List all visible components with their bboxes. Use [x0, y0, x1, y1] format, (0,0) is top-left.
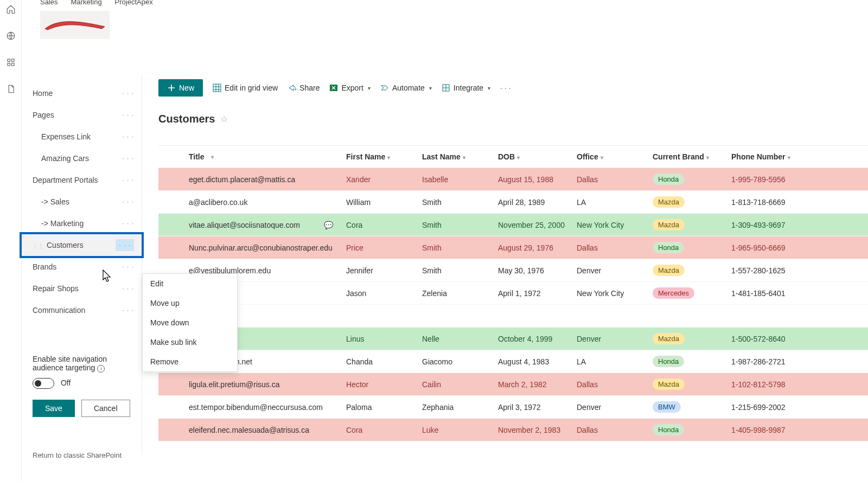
automate-button[interactable]: Automate▾	[380, 84, 432, 92]
cell-first: William	[346, 198, 422, 207]
info-icon[interactable]: i	[97, 365, 105, 373]
drag-handle-icon[interactable]: ⋮⋮	[33, 243, 43, 249]
table-row[interactable]: eget.dictum.placerat@mattis.caXanderIsab…	[158, 168, 868, 191]
context-menu-item-edit[interactable]: Edit	[143, 274, 237, 293]
cell-brand: Mazda	[653, 219, 731, 230]
cell-last: Isabelle	[422, 175, 498, 184]
col-header-title[interactable]: Title▾	[189, 152, 346, 161]
col-header-first[interactable]: First Name▾	[346, 152, 422, 161]
col-header-last[interactable]: Last Name▾	[422, 152, 498, 161]
hub-tab[interactable]: Sales	[40, 0, 58, 6]
sidebar-item-actions-icon[interactable]: · · ·	[122, 111, 134, 119]
sidebar-item-communication[interactable]: Communication· · ·	[22, 299, 142, 321]
table-row[interactable]: @in.eduLinusNelleOctober 4, 1999DenverMa…	[158, 328, 868, 350]
col-header-brand[interactable]: Current Brand▾	[653, 152, 731, 161]
sidebar-item-actions-icon[interactable]: · · ·	[122, 220, 134, 227]
toggle-state-label: Off	[61, 379, 71, 387]
cell-office: Denver	[577, 266, 653, 275]
cell-phone: 1-557-280-1625	[731, 266, 807, 275]
cell-dob: October 4, 1999	[498, 335, 577, 343]
sidebar-item-department-portals[interactable]: Department Portals· · ·	[22, 169, 142, 191]
sidebar-item-pages[interactable]: Pages· · ·	[22, 104, 142, 126]
sidebar-item--marketing[interactable]: -> Marketing· · ·	[22, 213, 142, 234]
hub-tab[interactable]: Marketing	[71, 0, 102, 6]
sidebar-item-actions-icon[interactable]: · · ·	[122, 285, 134, 292]
brand-pill: Honda	[653, 424, 684, 435]
cell-first: Cora	[346, 426, 422, 434]
sidebar-item-actions-icon[interactable]: · · ·	[122, 133, 134, 140]
sidebar-item-actions-icon[interactable]: · · ·	[122, 89, 134, 97]
cell-title: eleifend.nec.malesuada@atrisus.ca	[189, 426, 346, 434]
col-header-dob[interactable]: DOB▾	[498, 152, 577, 161]
sidebar-item-customers[interactable]: ⋮⋮Customers· · ·	[22, 234, 142, 256]
sidebar-item-expenses-link[interactable]: Expenses Link· · ·	[22, 126, 142, 147]
home-icon[interactable]	[6, 4, 16, 16]
table-row[interactable]: e@vestibulumlorem.eduJenniferSmithMay 30…	[158, 259, 868, 282]
cursor-icon	[101, 269, 113, 283]
cancel-button[interactable]: Cancel	[81, 400, 130, 417]
cell-phone: 1-500-572-8640	[731, 335, 807, 343]
sidebar-item-home[interactable]: Home· · ·	[22, 82, 142, 104]
apps-icon[interactable]	[6, 57, 16, 69]
sidebar-item--sales[interactable]: -> Sales· · ·	[22, 191, 142, 213]
command-bar: New Edit in grid view Share Export▾ Auto…	[142, 75, 868, 101]
cell-title: est.tempor.bibendum@neccursusa.com	[189, 403, 346, 412]
site-logo[interactable]	[40, 11, 110, 39]
save-button[interactable]: Save	[33, 400, 75, 417]
cell-dob: August 15, 1988	[498, 175, 577, 184]
cell-dob: May 30, 1976	[498, 266, 577, 275]
svg-rect-4	[11, 63, 14, 66]
sidebar-item-actions-icon[interactable]: · · ·	[122, 176, 134, 184]
new-button[interactable]: New	[158, 79, 203, 97]
table-row[interactable]: vitae.aliquet@sociisnatoque.com💬CoraSmit…	[158, 214, 868, 236]
cell-dob: April 28, 1989	[498, 198, 577, 207]
comment-icon[interactable]: 💬	[324, 221, 333, 229]
document-icon[interactable]	[6, 84, 16, 95]
sidebar-item-actions-icon[interactable]: · · ·	[116, 239, 134, 251]
sidebar-item-amazing-cars[interactable]: Amazing Cars· · ·	[22, 147, 142, 169]
cell-last: Smith	[422, 198, 498, 207]
globe-icon[interactable]	[6, 31, 16, 42]
cell-last: Luke	[422, 426, 498, 434]
cell-office: Denver	[577, 403, 653, 412]
sidebar-item-actions-icon[interactable]: · · ·	[122, 263, 134, 271]
table-row[interactable]: est.tempor.bibendum@neccursusa.comPaloma…	[158, 396, 868, 419]
cell-phone: 1-965-950-6669	[731, 243, 807, 252]
table-row[interactable]	[158, 305, 868, 328]
brand-pill: Mazda	[653, 219, 685, 230]
table-row[interactable]: a@aclibero.co.ukWilliamSmithApril 28, 19…	[158, 191, 868, 214]
col-header-phone[interactable]: Phone Number▾	[731, 152, 807, 161]
col-header-office[interactable]: Office▾	[577, 152, 653, 161]
site-header: Sales Marketing ProjectApex	[22, 0, 868, 54]
main-content: New Edit in grid view Share Export▾ Auto…	[142, 75, 868, 481]
context-menu-item-remove[interactable]: Remove	[143, 352, 237, 371]
audience-toggle[interactable]	[33, 378, 54, 389]
integrate-button[interactable]: Integrate▾	[442, 84, 490, 92]
context-menu-item-make-sub-link[interactable]: Make sub link	[143, 332, 237, 352]
hub-tab[interactable]: ProjectApex	[115, 0, 153, 6]
edit-in-grid-button[interactable]: Edit in grid view	[213, 84, 278, 92]
table-row[interactable]: ligula.elit.pretium@risus.caHectorCailin…	[158, 373, 868, 396]
cell-last: Smith	[422, 221, 498, 229]
share-button[interactable]: Share	[288, 84, 320, 92]
export-button[interactable]: Export▾	[329, 84, 370, 92]
sidebar-item-actions-icon[interactable]: · · ·	[122, 198, 134, 206]
cell-brand: BMW	[653, 401, 731, 413]
brand-pill: Mercedes	[653, 287, 694, 299]
table-row[interactable]: Nunc.pulvinar.arcu@conubianostraper.eduP…	[158, 236, 868, 259]
sidebar-item-actions-icon[interactable]: · · ·	[122, 155, 134, 162]
sidebar-item-label: Department Portals	[33, 176, 98, 184]
sidebar-item-actions-icon[interactable]: · · ·	[122, 306, 134, 314]
cell-last: Smith	[422, 243, 498, 252]
overflow-button[interactable]: · · ·	[500, 84, 510, 92]
audience-label: Enable site navigation	[33, 355, 107, 363]
favorite-star-icon[interactable]: ☆	[220, 114, 228, 124]
table-row[interactable]: Nullam@Etiam.netChandaGiacomoAugust 4, 1…	[158, 350, 868, 373]
table-row[interactable]: on.comJasonZeleniaApril 1, 1972New York …	[158, 282, 868, 305]
context-menu-item-move-down[interactable]: Move down	[143, 313, 237, 332]
sidebar-item-brands[interactable]: Brands· · ·	[22, 256, 142, 278]
return-classic-link[interactable]: Return to classic SharePoint	[33, 451, 122, 459]
table-row[interactable]: eleifend.nec.malesuada@atrisus.caCoraLuk…	[158, 419, 868, 441]
context-menu-item-move-up[interactable]: Move up	[143, 293, 237, 313]
sidebar-item-repair-shops[interactable]: Repair Shops· · ·	[22, 278, 142, 299]
